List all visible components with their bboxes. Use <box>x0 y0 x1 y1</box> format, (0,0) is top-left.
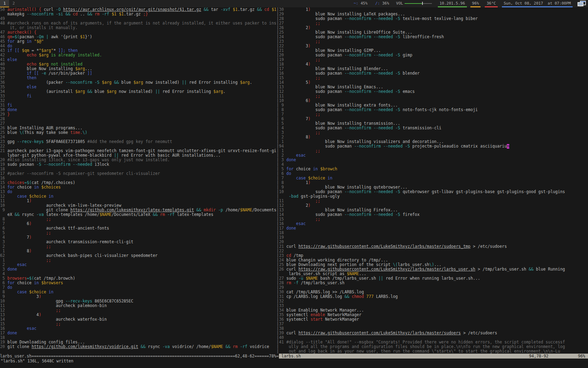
vim-window-larbs-user-sh[interactable]: 50aurinstall() { curl -O https://aur.arc… <box>0 7 276 354</box>
code-line: 12 sudo pacman --noconfirm --needed -S e… <box>279 89 588 94</box>
code-line: 6 7) <box>279 117 588 121</box>
code-line: 45for arg in "$@" <box>0 39 276 44</box>
code-line: 25blue \(This may take some time.\) <box>0 130 276 135</box>
code-line: 40 echo $arg not installed <box>0 62 276 67</box>
systray <box>578 0 586 7</box>
code-line: 8 ;; <box>0 217 276 222</box>
computer-monitor-icon[interactable] <box>578 1 586 7</box>
code-line: 18 <box>0 335 276 340</box>
code-line: 13 blue Now installing Firefox... <box>279 208 588 212</box>
home-symbol: ~: <box>354 0 358 7</box>
code-line: 13do <box>0 190 276 194</box>
code-line: 6do <box>279 171 588 176</box>
code-line: 39 blue Now installing $arg... <box>0 67 276 71</box>
workspace-tag-2[interactable]: 2 <box>9 0 18 7</box>
code-line: 6 aurcheck ttf-ancient-fonts <box>0 226 276 231</box>
code-line: 14for choice in $choices <box>0 185 276 190</box>
code-line: 47aurcheck() { <box>0 30 276 35</box>
code-line: 22 3) <box>279 44 588 48</box>
code-line: 23gpg --recv-keys 5FAF0A6EE7371805 #Add … <box>0 139 276 144</box>
code-line: 5 ;; <box>0 231 276 235</box>
code-line: 25blue Downloading next portion of the s… <box>279 263 588 267</box>
workspace-tag-1[interactable]: 1 <box>0 0 9 7</box>
code-line: 3done <box>279 158 588 162</box>
line-number: 50 <box>0 7 7 12</box>
code-line: 20 <box>279 240 588 244</box>
code-line: 48#aurcheck runs on each of its argument… <box>0 21 276 26</box>
cpu-temperature: 36°C <box>485 0 498 7</box>
code-line: 28rm -f /tmp/larbs_user.sh <box>279 281 588 285</box>
volume-slider[interactable] <box>405 2 432 5</box>
code-line: 36systemctl start NetworkManager <box>279 317 588 322</box>
code-line: 20 sudo pacman --noconfirm --needed -S g… <box>279 53 588 57</box>
code-line: 17done <box>0 331 276 335</box>
code-line: 11 aurcheck palemoon-bin <box>0 304 276 308</box>
code-line: 15 ;; <box>279 217 588 222</box>
code-line: 37 then <box>0 76 276 80</box>
code-line: 20git clone https://github.com/lukesmith… <box>0 345 276 349</box>
code-line: 7 case $choice in <box>279 176 588 180</box>
vim-window-larbs-sh[interactable]: | | | | | | | | | | | | | | | | | | | | … <box>276 7 588 354</box>
code-line: 39curl https://raw.githubusercontent.com… <box>279 331 588 335</box>
code-line: 18 <box>279 231 588 235</box>
code-line: 18 4) <box>279 62 588 67</box>
code-line: 10 gpg --recv-keys 865E6C87C65285EC <box>0 299 276 304</box>
code-line: 6for choice in $browsers <box>0 281 276 285</box>
code-line: 4 7) <box>0 235 276 240</box>
code-line: 3done <box>0 267 276 272</box>
code-line: 9 blue Now installing extra fonts... <box>279 103 588 108</box>
code-line: 24 sudo pacman --noconfirm --needed -S l… <box>279 35 588 39</box>
code-line: 30cat /tmp/LARBS.log >> /LARBS.log <box>279 290 588 294</box>
code-line: 9 git clone https://github.com/lukesmith… <box>0 208 276 212</box>
code-line: 27 <box>0 121 276 126</box>
line-number <box>279 349 286 354</box>
vertical-split-separator[interactable]: | | | | | | | | | | | | | | | | | | | | … <box>276 7 279 354</box>
code-line: 49 <box>0 16 276 21</box>
code-line: eX && rsync -va latex-templates /home/$N… <box>0 212 276 217</box>
code-line: 9 3) <box>0 294 276 299</box>
code-line: 41else <box>0 57 276 62</box>
code-line: 22 <box>0 144 276 149</box>
line-number: 10 <box>279 190 286 194</box>
code-line: 14 aurcheck waterfox-bin <box>0 317 276 322</box>
code-line: 37 <box>279 322 588 326</box>
code-line: 1 ;; <box>0 258 276 263</box>
root-symbol: /: <box>375 0 380 7</box>
code-line: 8 sudo pacman --noconfirm --needed -S no… <box>279 108 588 112</box>
code-line: 10 aurcheck vim-live-latex-preview <box>0 203 276 208</box>
code-line: 9 blue Now installing qutebrowser... <box>279 185 588 190</box>
code-line: out and log back in as your new user, th… <box>279 349 588 354</box>
ip-address: 10.201.5.96 <box>438 0 467 7</box>
code-line: 31cp /LARBS.log LARBS.log && chmod 777 L… <box>279 294 588 299</box>
statusline-row: larbs_user.sh===========================… <box>0 354 588 359</box>
code-line: 29} <box>0 112 276 117</box>
code-line: 38 <box>279 326 588 331</box>
code-line: 19 ;; <box>279 57 588 62</box>
code-line: 5for choice in $browch <box>279 167 588 171</box>
code-line: 46qm=$(pacman -Qm | awk '{print $1}') <box>0 35 276 39</box>
code-line: 24 <box>0 135 276 139</box>
code-line: 16 esac <box>279 222 588 226</box>
line-number: 21 <box>0 149 7 153</box>
code-line: 2 8) <box>279 135 588 139</box>
code-line: 15choices=$(cat /tmp/.choices) <box>0 180 276 185</box>
code-line: 50aurinstall() { curl -O https://aur.arc… <box>0 7 276 12</box>
code-line: 34 (aurinstall $arg && blue $arg now ins… <box>0 89 276 94</box>
code-line: 27 ;; <box>279 21 588 26</box>
code-line: 7do <box>0 285 276 290</box>
code-line: 11 ;; <box>279 94 588 98</box>
statusline-inactive: larbs_user.sh===========================… <box>0 354 279 359</box>
code-line: 4 <box>279 162 588 167</box>
code-line: 36 (packer --noconfirm -S $arg && blue $… <box>0 80 276 85</box>
code-line: 15 ;; <box>279 76 588 80</box>
cursor-position: 94,78-92 <box>529 354 548 359</box>
code-line: 41#dialog --title "All done!" --msgbox "… <box>279 340 588 345</box>
battery-percent: 96% <box>470 0 481 7</box>
code-line: 16 sudo pacman --noconfirm --needed -S b… <box>279 71 588 76</box>
statusline-active: larbs.sh 94,78-92 96% <box>279 354 588 359</box>
code-line: 11 ;; <box>279 199 588 203</box>
code-line: 27sudo -u $NAME bash /tmp/larbs_user.sh … <box>279 276 588 281</box>
line-number: 48 <box>0 21 7 26</box>
vim-editor: 50aurinstall() { curl -O https://aur.arc… <box>0 7 588 354</box>
volume-module[interactable]: VOL <box>394 0 434 7</box>
